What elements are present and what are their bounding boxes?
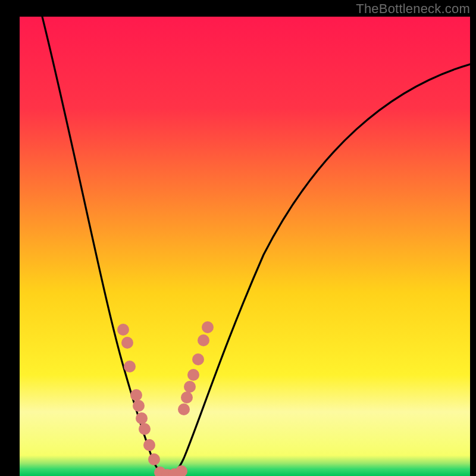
data-point: [143, 439, 155, 451]
data-point: [139, 423, 151, 435]
data-point: [121, 337, 133, 349]
data-point: [148, 453, 160, 465]
chart-svg: [20, 17, 470, 476]
data-point: [187, 369, 199, 381]
data-point: [124, 361, 136, 372]
data-point: [192, 353, 204, 365]
watermark-text: TheBottleneck.com: [356, 1, 470, 17]
data-point: [198, 334, 209, 346]
data-point: [133, 400, 145, 412]
plot-area: [20, 17, 470, 476]
data-point: [181, 392, 193, 403]
data-point: [184, 381, 196, 393]
data-point: [136, 412, 148, 424]
data-point: [117, 324, 129, 336]
gradient-background: [20, 17, 470, 476]
data-point: [178, 403, 190, 415]
outer-frame: TheBottleneck.com: [0, 0, 476, 476]
data-point: [130, 389, 142, 401]
data-point: [202, 321, 214, 333]
